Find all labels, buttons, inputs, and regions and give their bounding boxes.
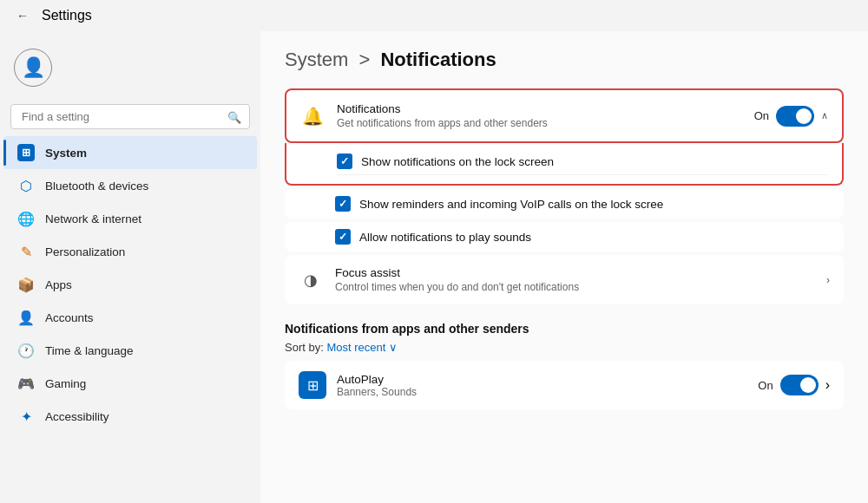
search-icon: 🔍 xyxy=(227,110,241,123)
sounds-row: Allow notifications to play sounds xyxy=(285,222,844,252)
sidebar-item-gaming[interactable]: 🎮 Gaming xyxy=(3,367,257,400)
sidebar-item-label: Gaming xyxy=(45,377,86,390)
sidebar-item-label: Accessibility xyxy=(45,410,109,423)
autoplay-sub: Banners, Sounds xyxy=(337,386,747,398)
notifications-text: Notifications Get notifications from app… xyxy=(337,102,742,129)
sort-row: Sort by: Most recent ∨ xyxy=(285,341,844,354)
autoplay-toggle-label: On xyxy=(758,379,773,392)
notifications-right: On ∧ xyxy=(754,106,828,127)
focus-assist-row[interactable]: ◑ Focus assist Control times when you do… xyxy=(285,255,844,304)
sidebar-item-label: Time & language xyxy=(45,344,134,357)
lock-screen-label: Show notifications on the lock screen xyxy=(361,155,554,168)
sidebar-item-bluetooth[interactable]: ⬡ Bluetooth & devices xyxy=(3,169,257,202)
titlebar-title: Settings xyxy=(42,8,92,23)
sounds-label: Allow notifications to play sounds xyxy=(359,231,531,244)
voip-checkbox[interactable] xyxy=(335,196,351,212)
system-icon: ⊞ xyxy=(17,144,35,161)
chevron-up-icon[interactable]: ∧ xyxy=(821,110,828,121)
sidebar-item-label: Bluetooth & devices xyxy=(45,180,148,193)
lock-screen-checkbox[interactable] xyxy=(337,154,352,169)
sidebar-item-label: Accounts xyxy=(45,311,94,324)
focus-assist-title: Focus assist xyxy=(335,266,814,279)
sidebar-item-label: Personalization xyxy=(45,245,125,258)
sidebar-search-container: 🔍 xyxy=(10,104,250,129)
autoplay-toggle[interactable] xyxy=(780,375,819,395)
autoplay-right: On › xyxy=(758,375,830,395)
notifications-expanded: Show notifications on the lock screen xyxy=(285,143,844,186)
sidebar-item-personalization[interactable]: ✎ Personalization xyxy=(3,235,257,268)
main-layout: 👤 🔍 ⊞ System ⬡ Bluetooth & devices 🌐 Net… xyxy=(0,31,868,503)
back-button[interactable]: ← xyxy=(10,3,35,28)
gaming-icon: 🎮 xyxy=(17,375,35,392)
notifications-toggle-label: On xyxy=(754,109,769,122)
sidebar-item-label: Apps xyxy=(45,278,72,291)
sort-label: Sort by: xyxy=(285,341,324,354)
sort-value[interactable]: Most recent ∨ xyxy=(326,341,398,354)
apps-icon: 📦 xyxy=(17,276,35,293)
voip-row: Show reminders and incoming VoIP calls o… xyxy=(285,189,844,219)
breadcrumb-system: System xyxy=(285,49,348,70)
autoplay-row: ⊞ AutoPlay Banners, Sounds On › xyxy=(285,361,844,409)
sidebar-item-accessibility[interactable]: ✦ Accessibility xyxy=(3,400,257,433)
notifications-subtitle: Get notifications from apps and other se… xyxy=(337,117,742,129)
sidebar-item-label: Network & internet xyxy=(45,212,141,225)
sidebar-user: 👤 xyxy=(0,38,260,97)
sounds-checkbox[interactable] xyxy=(335,229,351,245)
sidebar-item-network[interactable]: 🌐 Network & internet xyxy=(3,202,257,235)
notifications-main-row: 🔔 Notifications Get notifications from a… xyxy=(285,88,844,143)
page-header: System > Notifications xyxy=(285,49,844,71)
notifications-title: Notifications xyxy=(337,102,742,115)
sidebar-item-accounts[interactable]: 👤 Accounts xyxy=(3,301,257,334)
sidebar-item-time[interactable]: 🕐 Time & language xyxy=(3,334,257,367)
focus-assist-icon: ◑ xyxy=(299,268,323,292)
autoplay-name: AutoPlay xyxy=(337,373,747,386)
clock-icon: 🕐 xyxy=(17,342,35,359)
focus-assist-text: Focus assist Control times when you do a… xyxy=(335,266,814,293)
sidebar: 👤 🔍 ⊞ System ⬡ Bluetooth & devices 🌐 Net… xyxy=(0,31,260,503)
accounts-icon: 👤 xyxy=(17,309,35,326)
autoplay-info: AutoPlay Banners, Sounds xyxy=(337,373,747,398)
focus-assist-chevron[interactable]: › xyxy=(826,274,830,286)
pencil-icon: ✎ xyxy=(17,243,35,260)
user-icon: 👤 xyxy=(22,56,45,79)
bluetooth-icon: ⬡ xyxy=(17,177,35,194)
focus-assist-subtitle: Control times when you do and don't get … xyxy=(335,281,814,293)
sidebar-item-system[interactable]: ⊞ System xyxy=(3,136,257,169)
breadcrumb-separator: > xyxy=(358,49,370,70)
autoplay-chevron[interactable]: › xyxy=(825,377,830,393)
sidebar-item-label: System xyxy=(45,147,87,160)
notifications-card: 🔔 Notifications Get notifications from a… xyxy=(285,88,844,186)
voip-label: Show reminders and incoming VoIP calls o… xyxy=(359,198,663,211)
sidebar-item-apps[interactable]: 📦 Apps xyxy=(3,268,257,301)
page-title: Notifications xyxy=(380,49,496,70)
sort-chevron-icon: ∨ xyxy=(389,341,398,354)
notifications-toggle[interactable] xyxy=(776,106,814,127)
bell-icon: 🔔 xyxy=(300,104,325,128)
content-area: System > Notifications 🔔 Notifications G… xyxy=(260,31,868,503)
autoplay-icon: ⊞ xyxy=(299,371,326,399)
apps-section-title: Notifications from apps and other sender… xyxy=(285,322,844,336)
lock-screen-row: Show notifications on the lock screen xyxy=(337,148,828,175)
back-icon: ← xyxy=(16,9,29,23)
titlebar: ← Settings xyxy=(0,0,868,31)
avatar: 👤 xyxy=(14,49,52,87)
accessibility-icon: ✦ xyxy=(17,408,35,425)
search-input[interactable] xyxy=(10,104,250,129)
network-icon: 🌐 xyxy=(17,210,35,227)
